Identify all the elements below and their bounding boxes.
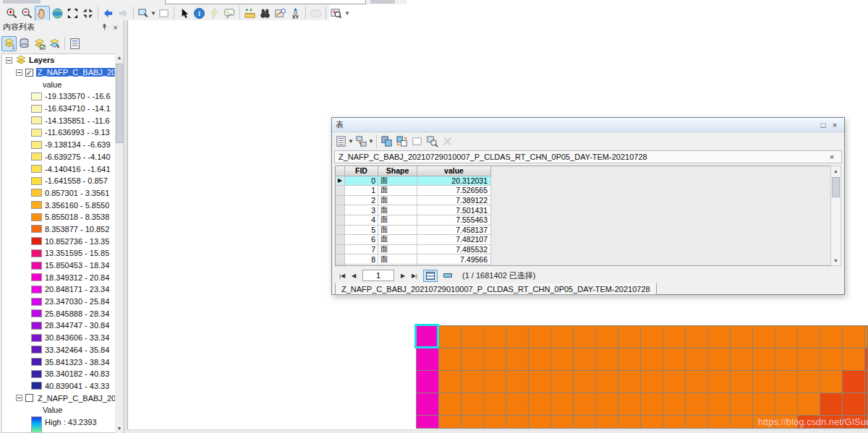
grid-cell[interactable]: [686, 348, 707, 370]
table-row[interactable]: ▶0面20.312031: [336, 176, 830, 187]
grid-cell[interactable]: [820, 393, 842, 415]
legend-item[interactable]: 38.340182 - 40.83: [2, 368, 115, 380]
collapse-icon[interactable]: [6, 57, 12, 64]
cell-shape[interactable]: 面: [378, 205, 417, 215]
grid-cell[interactable]: [484, 326, 506, 348]
legend-swatch[interactable]: [31, 370, 42, 378]
grid-cell[interactable]: [775, 393, 797, 415]
toc-options-button[interactable]: [67, 36, 82, 51]
current-record-input[interactable]: [362, 270, 394, 281]
go-back-extent-button[interactable]: [101, 6, 116, 21]
legend-swatch[interactable]: [31, 286, 42, 293]
grid-cell[interactable]: [417, 416, 438, 429]
zoom-to-selected-button[interactable]: [425, 134, 440, 149]
legend-item[interactable]: 5.855018 - 8.3538: [2, 211, 115, 223]
grid-cell[interactable]: [843, 371, 864, 393]
table-row[interactable]: 1面7.526565: [336, 186, 830, 196]
row-selector[interactable]: [336, 265, 345, 266]
legend-item[interactable]: 13.351595 - 15.85: [2, 247, 115, 260]
go-forward-extent-button[interactable]: [116, 6, 131, 21]
scroll-up-icon[interactable]: ▲: [831, 166, 841, 176]
grid-cell[interactable]: [641, 348, 663, 370]
list-by-visibility-button[interactable]: [32, 36, 47, 51]
grid-cell[interactable]: [596, 371, 618, 393]
time-slider-button[interactable]: [308, 6, 323, 21]
grid-cell[interactable]: [596, 416, 618, 429]
grid-cell[interactable]: [439, 326, 461, 348]
table-options-button[interactable]: [333, 134, 349, 149]
legend-item[interactable]: 10.852736 - 13.35: [2, 235, 115, 247]
layer2-checkbox[interactable]: [25, 394, 33, 402]
legend-swatch[interactable]: [31, 213, 42, 221]
row-selector[interactable]: [336, 254, 345, 265]
layer1-row[interactable]: ✓ Z_NAFP_C_BABJ_202: [2, 67, 115, 79]
grid-cell[interactable]: [596, 348, 618, 370]
grid-cell[interactable]: [663, 326, 685, 348]
legend-item[interactable]: 15.850453 - 18.34: [2, 260, 115, 272]
grid-cell[interactable]: [731, 348, 752, 370]
fixed-zoom-in-button[interactable]: [65, 6, 80, 21]
grid-cell[interactable]: [529, 416, 550, 429]
full-extent-button[interactable]: [50, 6, 65, 21]
legend-item[interactable]: -6.639275 - -4.140: [2, 151, 115, 163]
grid-cell[interactable]: [461, 371, 483, 393]
grid-cell[interactable]: [574, 326, 595, 348]
row-selector[interactable]: [336, 226, 345, 236]
grid-cell[interactable]: [708, 416, 730, 429]
grid-cell[interactable]: [865, 348, 868, 370]
select-elements-tool[interactable]: [176, 6, 192, 21]
cell-shape[interactable]: 面: [378, 186, 417, 196]
html-popup-tool[interactable]: [222, 6, 237, 21]
column-header-fid[interactable]: FID: [345, 166, 378, 176]
grid-cell[interactable]: [865, 371, 868, 393]
grid-cell[interactable]: [417, 348, 438, 370]
grid-cell[interactable]: [417, 371, 438, 393]
grid-cell[interactable]: [484, 348, 506, 370]
fixed-zoom-out-button[interactable]: [80, 6, 95, 21]
dropdown-caret-icon[interactable]: ▼: [150, 10, 156, 17]
grid-cell[interactable]: [775, 326, 797, 348]
table-row[interactable]: 3面7.501431: [336, 205, 830, 215]
grid-cell[interactable]: [618, 393, 640, 415]
grid-cell[interactable]: [820, 371, 842, 393]
table-row[interactable]: 4面7.555463: [336, 215, 830, 226]
grid-cell[interactable]: [708, 371, 730, 393]
layers-group-row[interactable]: Layers: [2, 54, 115, 67]
grid-cell[interactable]: [551, 416, 573, 429]
row-selector[interactable]: [336, 215, 345, 226]
layer2-row[interactable]: Z_NAFP_C_BABJ_202: [2, 392, 115, 404]
cell-fid[interactable]: 9: [345, 265, 378, 266]
list-by-source-button[interactable]: [17, 36, 32, 51]
collapse-icon[interactable]: [16, 395, 22, 401]
column-header-shape[interactable]: Shape: [378, 166, 417, 176]
row-selector[interactable]: [336, 186, 345, 196]
row-selector[interactable]: [336, 205, 345, 215]
legend-swatch[interactable]: [31, 382, 42, 390]
pin-icon[interactable]: [99, 22, 110, 33]
grid-cell[interactable]: [484, 371, 506, 393]
legend-item[interactable]: -14.135851 - -11.6: [2, 114, 115, 127]
list-by-selection-button[interactable]: [47, 36, 62, 51]
hyperlink-tool[interactable]: [207, 6, 222, 21]
grid-cell[interactable]: [865, 326, 868, 348]
legend-item[interactable]: 20.848171 - 23.34: [2, 283, 115, 296]
grid-cell[interactable]: [641, 326, 663, 348]
grid-cell[interactable]: [439, 393, 461, 415]
cell-value[interactable]: 7.458137: [417, 226, 491, 236]
grid-cell[interactable]: [551, 393, 573, 415]
legend-item[interactable]: 23.347030 - 25.84: [2, 296, 115, 308]
legend-item[interactable]: 8.353877 - 10.852: [2, 223, 115, 236]
scrollbar-thumb[interactable]: [832, 177, 840, 197]
grid-cell[interactable]: [753, 348, 775, 370]
grid-cell[interactable]: [551, 326, 573, 348]
cell-fid[interactable]: 1: [345, 186, 378, 196]
close-icon[interactable]: ×: [826, 152, 838, 162]
grid-cell[interactable]: [663, 348, 685, 370]
grid-cell[interactable]: [439, 416, 461, 429]
legend-swatch[interactable]: [31, 141, 42, 149]
legend-swatch[interactable]: [31, 249, 42, 257]
cell-fid[interactable]: 4: [345, 215, 378, 226]
grid-cell[interactable]: [506, 326, 528, 348]
grid-cell[interactable]: [731, 416, 752, 429]
legend-swatch[interactable]: [31, 237, 42, 245]
